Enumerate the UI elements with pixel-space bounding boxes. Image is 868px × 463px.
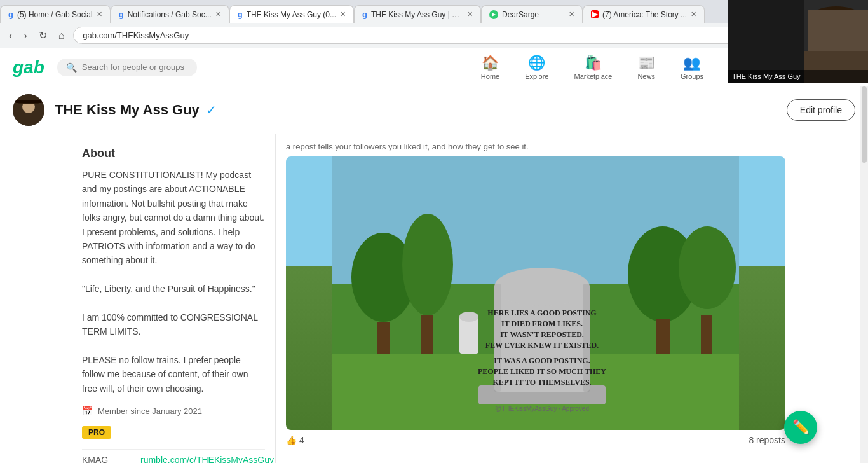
- browser-tab-4[interactable]: g THE Kiss My Ass Guy | C... ✕: [354, 5, 481, 23]
- nav-groups[interactable]: 👥 Groups: [675, 52, 709, 83]
- video-corner[interactable]: THE Kiss My Ass Guy: [728, 0, 868, 83]
- nav-groups-label: Groups: [681, 73, 703, 80]
- edit-profile-button[interactable]: Edit profile: [787, 99, 855, 121]
- kmag-link-row: KMAG rumble.com/c/THEKissMyAssGuy: [82, 449, 265, 463]
- nav-explore-label: Explore: [525, 73, 548, 80]
- profile-name: THE Kiss My Ass Guy: [55, 102, 200, 118]
- comment-button[interactable]: 💬 Comment: [386, 459, 484, 463]
- post-stats-row: 👍 4 8 reposts: [286, 430, 785, 450]
- gravestone-svg: HERE LIES A GOOD POSTING IT DIED FROM LI…: [286, 156, 785, 430]
- video-overlay-label: THE Kiss My Ass Guy: [728, 70, 868, 83]
- address-text: gab.com/THEKissMyAssGuy: [83, 31, 803, 40]
- news-icon: 📰: [638, 55, 655, 71]
- search-box[interactable]: 🔍: [57, 59, 197, 76]
- action-bar: 👍 Like 💬 Comment 🔄 Repost ❝ Quote ↗: [286, 453, 785, 463]
- profile-avatar: [13, 94, 44, 126]
- svg-text:IT DIED FROM LIKES.: IT DIED FROM LIKES.: [501, 319, 583, 328]
- tab-close-4[interactable]: ✕: [467, 10, 473, 18]
- left-sidebar: About PURE CONSTITUTIONALIST! My podcast…: [72, 134, 275, 463]
- nav-marketplace-label: Marketplace: [574, 73, 612, 80]
- reload-button[interactable]: ↻: [36, 27, 50, 44]
- svg-text:FEW EVER KNEW IT EXISTED.: FEW EVER KNEW IT EXISTED.: [485, 341, 599, 350]
- kmag-label: KMAG: [82, 455, 133, 463]
- member-since-text: Member since January 2021: [98, 406, 202, 416]
- post-container: a repost tells your followers you liked …: [276, 134, 796, 463]
- browser-tab-3[interactable]: g THE Kiss My Ass Guy (0... ✕: [229, 5, 354, 23]
- tab-close-6[interactable]: ✕: [691, 10, 696, 18]
- svg-text:HERE LIES A GOOD POSTING: HERE LIES A GOOD POSTING: [487, 308, 596, 317]
- calendar-icon: 📅: [82, 406, 93, 416]
- svg-rect-15: [421, 315, 433, 360]
- tab-title-1: (5) Home / Gab Social: [17, 10, 93, 19]
- about-title: About: [82, 147, 265, 160]
- tab-favicon-2: g: [119, 10, 124, 19]
- svg-point-11: [402, 214, 453, 315]
- nav-news[interactable]: 📰 News: [632, 52, 660, 83]
- tab-title-4: THE Kiss My Ass Guy | C...: [371, 10, 463, 19]
- back-button[interactable]: ‹: [6, 27, 15, 44]
- post-stats: 👍 4: [286, 435, 304, 445]
- nav-marketplace[interactable]: 🛍️ Marketplace: [569, 52, 617, 83]
- svg-point-23: [494, 268, 590, 306]
- marketplace-icon: 🛍️: [585, 55, 602, 71]
- kmag-url[interactable]: rumble.com/c/THEKissMyAssGuy: [140, 455, 274, 463]
- tab-close-5[interactable]: ✕: [569, 10, 574, 18]
- share-button[interactable]: ↗ Share: [688, 459, 785, 463]
- tab-close-3[interactable]: ✕: [340, 10, 346, 18]
- search-input[interactable]: [82, 62, 184, 72]
- browser-tab-6[interactable]: ▶ (7) America: The Story ... ✕: [583, 5, 705, 23]
- tab-close-2[interactable]: ✕: [215, 10, 221, 18]
- tab-favicon-5: ▶: [489, 10, 498, 19]
- svg-text:IT WASN'T REPOSTED.: IT WASN'T REPOSTED.: [500, 330, 584, 339]
- profile-header-bar: THE Kiss My Ass Guy ✓ Edit profile: [0, 86, 868, 134]
- thumbs-up-icon: 👍: [286, 435, 297, 445]
- search-icon: 🔍: [66, 62, 77, 73]
- nav-home-label: Home: [481, 73, 499, 80]
- nav-explore[interactable]: 🌐 Explore: [520, 52, 553, 83]
- gab-logo[interactable]: gab: [13, 57, 44, 78]
- svg-point-13: [679, 226, 736, 309]
- nav-home[interactable]: 🏠 Home: [476, 52, 505, 83]
- tab-favicon-3: g: [238, 10, 243, 19]
- verified-badge: ✓: [206, 102, 217, 118]
- member-since: 📅 Member since January 2021: [82, 406, 265, 416]
- svg-rect-17: [701, 315, 712, 360]
- svg-text:@THEKissMyAssGuy · Approved: @THEKissMyAssGuy · Approved: [495, 405, 589, 412]
- scrollbar-thumb[interactable]: [862, 86, 867, 163]
- tab-favicon-4: g: [362, 10, 367, 19]
- address-bar[interactable]: gab.com/THEKissMyAssGuy ↗: [73, 27, 822, 44]
- svg-rect-7: [15, 100, 42, 103]
- quote-button[interactable]: ❝ Quote: [587, 459, 685, 463]
- svg-text:PEOPLE LIKED IT SO MUCH THEY: PEOPLE LIKED IT SO MUCH THEY: [478, 367, 606, 376]
- compose-fab[interactable]: ✏️: [784, 411, 817, 444]
- like-number: 4: [299, 435, 304, 445]
- tab-close-1[interactable]: ✕: [97, 10, 102, 18]
- home-button[interactable]: ⌂: [56, 27, 67, 44]
- forward-button[interactable]: ›: [21, 27, 29, 44]
- tab-title-5: DearSarge: [502, 10, 565, 19]
- tab-favicon-6: ▶: [591, 10, 599, 18]
- profile-avatar-svg: [13, 94, 44, 126]
- post-image: HERE LIES A GOOD POSTING IT DIED FROM LI…: [286, 156, 785, 430]
- tab-title-6: (7) America: The Story ...: [602, 10, 687, 19]
- repost-button[interactable]: 🔄 Repost: [487, 459, 585, 463]
- svg-rect-40: [808, 10, 868, 51]
- browser-tab-2[interactable]: g Notifications / Gab Soc... ✕: [111, 5, 229, 23]
- groups-icon: 👥: [683, 55, 700, 71]
- svg-text:IT WAS A GOOD POSTING.: IT WAS A GOOD POSTING.: [494, 356, 590, 365]
- nav-news-label: News: [637, 73, 655, 80]
- tab-title-2: Notifications / Gab Soc...: [128, 10, 212, 19]
- main-layout: About PURE CONSTITUTIONALIST! My podcast…: [72, 134, 796, 463]
- compose-icon: ✏️: [792, 419, 810, 436]
- main-feed: a repost tells your followers you liked …: [275, 134, 796, 463]
- svg-point-19: [459, 312, 478, 322]
- profile-name-area: THE Kiss My Ass Guy ✓: [55, 102, 787, 118]
- scrollbar-track[interactable]: [860, 23, 868, 463]
- repost-note: a repost tells your followers you liked …: [286, 142, 785, 151]
- browser-tab-1[interactable]: g (5) Home / Gab Social ✕: [0, 5, 111, 23]
- browser-tab-5[interactable]: ▶ DearSarge ✕: [481, 5, 583, 23]
- reposts-count: 8 reposts: [749, 435, 785, 445]
- like-button[interactable]: 👍 Like: [286, 459, 384, 463]
- about-text: PURE CONSTITUTIONALIST! My podcast and m…: [82, 168, 265, 396]
- svg-text:KEPT IT TO THEMSELVES.: KEPT IT TO THEMSELVES.: [492, 378, 591, 387]
